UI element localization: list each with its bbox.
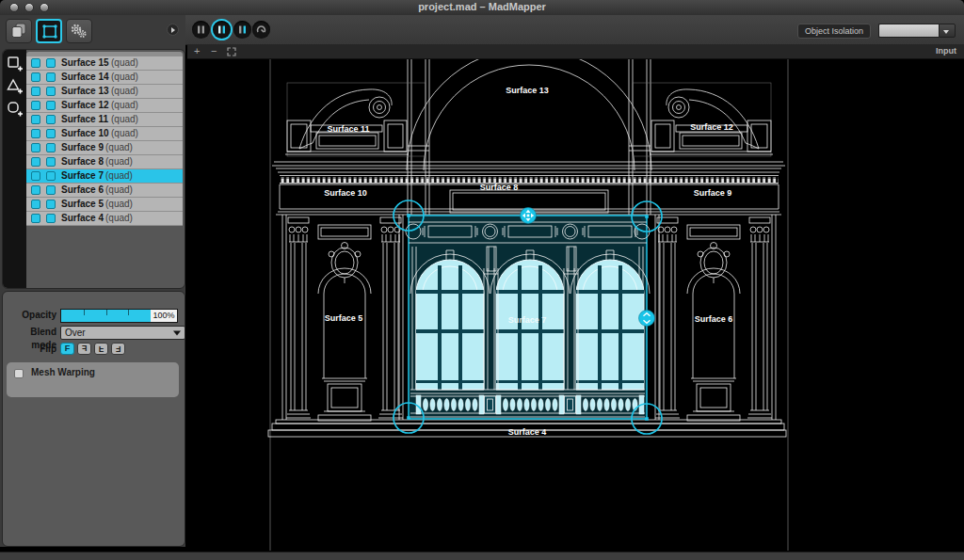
surface-visible-toggle[interactable]	[31, 129, 40, 138]
surface-name: Surface 4	[61, 212, 104, 225]
quad-handles-icon	[40, 24, 59, 40]
window-glass	[416, 260, 644, 390]
surface-list-item[interactable]: Surface 13(quad)	[26, 85, 183, 99]
zoom-in-button[interactable]: +	[194, 44, 200, 58]
add-quad-button[interactable]	[6, 56, 24, 72]
surface-visible-toggle[interactable]	[31, 171, 40, 181]
surface-list-item[interactable]: Surface 6(quad)	[26, 184, 183, 198]
surface-list-item[interactable]: Surface 8(quad)	[26, 155, 183, 169]
surface-visible-toggle[interactable]	[31, 72, 40, 82]
surface-label: Surface 12	[690, 122, 733, 132]
surface-properties-panel: Opacity 100% Blend mode Over Flip F F F …	[2, 291, 185, 547]
opacity-slider-fill[interactable]	[61, 310, 151, 322]
flip-label: Flip	[3, 343, 56, 356]
output-mode-button[interactable]	[213, 21, 231, 39]
flip-horizontal-button[interactable]: F	[77, 343, 91, 355]
edge-handle-right[interactable]	[639, 311, 655, 327]
surface-list-item[interactable]: Surface 11(quad)	[26, 113, 183, 127]
media-tab-button[interactable]	[6, 19, 32, 43]
surface-solo-toggle[interactable]	[46, 87, 56, 96]
output-selector-field[interactable]	[878, 24, 939, 38]
corner-vertex[interactable]	[407, 416, 410, 420]
panel-collapse-button[interactable]	[167, 24, 179, 36]
surface-type: (quad)	[109, 56, 138, 70]
corner-vertex[interactable]	[407, 214, 410, 217]
canvas-toolbar: + − Input	[187, 44, 964, 59]
surface-visible-toggle[interactable]	[31, 157, 40, 167]
move-handle[interactable]	[521, 208, 537, 224]
surface-list-item-selected[interactable]: Surface 7(quad)	[26, 169, 183, 184]
facade-wireframe: Surface 13 Surface 11 Surface 12 Surface…	[187, 59, 964, 551]
pages-icon	[9, 23, 28, 40]
surface-solo-toggle[interactable]	[46, 214, 56, 223]
split-mode-button[interactable]	[233, 21, 251, 39]
preview-mode-button[interactable]	[192, 21, 210, 39]
surface-solo-toggle[interactable]	[46, 129, 56, 138]
surface-solo-toggle[interactable]	[46, 185, 56, 195]
input-tab-label[interactable]: Input	[936, 46, 956, 56]
surface-visible-toggle[interactable]	[31, 214, 40, 223]
surface-solo-toggle[interactable]	[46, 200, 56, 209]
surface-label: Surface 10	[324, 188, 367, 198]
surface-type: (quad)	[109, 99, 138, 112]
surfaces-tab-button[interactable]	[36, 19, 62, 43]
surface-visible-toggle[interactable]	[31, 101, 40, 110]
corner-vertex[interactable]	[645, 215, 649, 218]
surface-solo-toggle[interactable]	[46, 143, 56, 152]
surface-visible-toggle[interactable]	[31, 200, 40, 209]
surface-solo-toggle[interactable]	[46, 115, 56, 124]
surface-solo-toggle[interactable]	[46, 72, 56, 82]
surface-type: (quad)	[109, 127, 138, 140]
surface-label: Surface 8	[480, 183, 519, 192]
pause-bars-active-icon	[213, 21, 231, 39]
surface-solo-toggle[interactable]	[46, 157, 56, 167]
combo-arrow-icon[interactable]	[939, 24, 956, 38]
surface-list-item[interactable]: Surface 10(quad)	[26, 127, 183, 141]
surface-list-item[interactable]: Surface 4(quad)	[26, 212, 183, 226]
surface-list-item[interactable]: Surface 12(quad)	[26, 99, 183, 113]
surface-list-item[interactable]: Surface 9(quad)	[26, 141, 183, 155]
gauge-mode-button[interactable]	[252, 21, 270, 39]
surface-list-item[interactable]: Surface 5(quad)	[26, 198, 183, 212]
surface-type: (quad)	[104, 198, 133, 211]
flip-both-button[interactable]: F	[111, 343, 125, 355]
surface-name: Surface 6	[61, 184, 104, 197]
surface-name: Surface 10	[61, 127, 109, 140]
blend-mode-value: Over	[65, 327, 86, 339]
output-selector[interactable]	[878, 24, 956, 38]
surface-type: (quad)	[109, 71, 138, 84]
surface-solo-toggle[interactable]	[46, 171, 56, 181]
object-isolation-button[interactable]: Object Isolation	[797, 24, 871, 39]
corner-vertex[interactable]	[645, 417, 649, 421]
surface-solo-toggle[interactable]	[46, 58, 56, 68]
blend-mode-dropdown[interactable]: Over	[60, 326, 185, 340]
surface-type: (quad)	[109, 85, 138, 98]
zoom-out-button[interactable]: −	[211, 44, 217, 58]
half-bars-icon	[233, 21, 251, 39]
surface-name: Surface 12	[61, 99, 109, 112]
surface-solo-toggle[interactable]	[46, 101, 56, 110]
surface-type: (quad)	[104, 184, 133, 197]
title-bar: project.mad – MadMapper	[0, 0, 964, 16]
surface-visible-toggle[interactable]	[31, 87, 40, 96]
surface-name: Surface 14	[61, 71, 109, 84]
mapping-canvas[interactable]: Surface 13 Surface 11 Surface 12 Surface…	[187, 59, 964, 551]
flip-none-button[interactable]: F	[60, 343, 74, 355]
flip-vertical-button[interactable]: F	[94, 343, 108, 355]
settings-tab-button[interactable]	[66, 19, 92, 43]
surface-visible-toggle[interactable]	[31, 115, 40, 124]
surface-label: Surface 4	[508, 427, 547, 437]
surface-visible-toggle[interactable]	[31, 143, 40, 152]
mesh-warping-section: Mesh Warping	[7, 362, 179, 397]
surface-visible-toggle[interactable]	[31, 185, 40, 195]
fit-view-icon[interactable]	[227, 47, 236, 56]
opacity-slider[interactable]: 100%	[60, 309, 178, 323]
mesh-warping-checkbox[interactable]	[14, 369, 24, 378]
surface-list-item[interactable]: Surface 15(quad)	[26, 56, 183, 71]
add-circle-button[interactable]	[6, 101, 24, 118]
add-triangle-button[interactable]	[6, 78, 24, 95]
surface-list-item[interactable]: Surface 14(quad)	[26, 71, 183, 85]
surface-list: Surface 15(quad) Surface 14(quad) Surfac…	[26, 56, 183, 226]
surface-visible-toggle[interactable]	[31, 58, 40, 68]
panel-toolbar	[0, 15, 185, 47]
